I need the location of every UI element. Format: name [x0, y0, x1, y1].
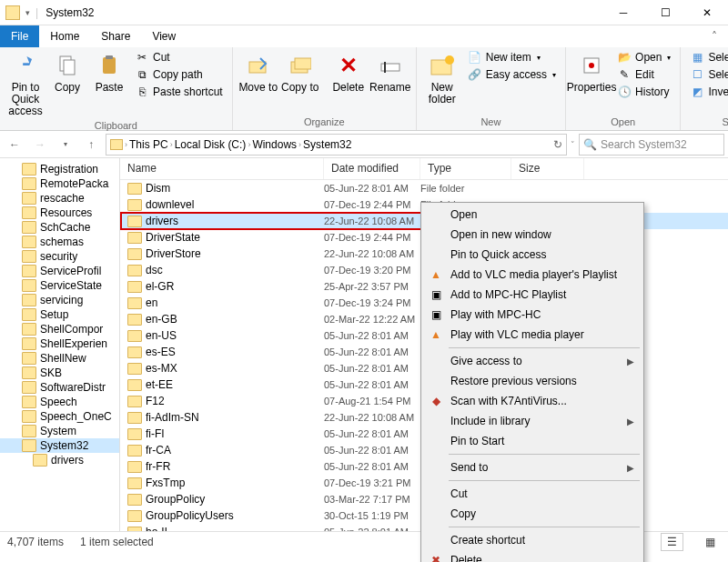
- new-folder-button[interactable]: New folder: [422, 49, 462, 107]
- menu-include-library[interactable]: Include in library▶: [423, 411, 642, 431]
- menu-give-access[interactable]: Give access to▶: [423, 351, 642, 371]
- copy-path-button[interactable]: ⧉Copy path: [131, 66, 227, 83]
- tree-item[interactable]: RemotePacka: [0, 176, 119, 191]
- menu-pin-quick[interactable]: Pin to Quick access: [423, 245, 642, 265]
- tree-item[interactable]: Speech_OneC: [0, 409, 119, 424]
- paste-shortcut-button[interactable]: ⎘Paste shortcut: [131, 84, 227, 100]
- svg-rect-2: [103, 57, 116, 74]
- menu-send-to[interactable]: Send to▶: [423, 457, 642, 477]
- breadcrumb[interactable]: › This PC› Local Disk (C:)› Windows› Sys…: [106, 134, 567, 156]
- menu-vlc-play[interactable]: ▲Play with VLC media player: [423, 325, 642, 345]
- file-date: 05-Jun-22 8:01 AM: [324, 363, 420, 374]
- rename-button[interactable]: Rename: [370, 49, 410, 95]
- tree-item[interactable]: ShellCompor: [0, 322, 119, 336]
- breadcrumb-pc[interactable]: This PC: [129, 138, 168, 151]
- ribbon-collapse-button[interactable]: ˄: [701, 25, 728, 47]
- tree-item[interactable]: Registration: [0, 162, 119, 176]
- folder-icon: [127, 445, 142, 457]
- select-all-button[interactable]: ▦Select all: [686, 49, 728, 65]
- select-none-button[interactable]: ☐Select none: [686, 66, 728, 83]
- tiles-view-button[interactable]: ▦: [700, 534, 721, 550]
- tree-item[interactable]: SchCache: [0, 220, 119, 235]
- breadcrumb-windows[interactable]: Windows: [252, 138, 297, 151]
- tree-item[interactable]: System32: [0, 438, 119, 453]
- menu-delete[interactable]: ✖Delete: [423, 550, 642, 562]
- file-date: 22-Jun-22 10:08 AM: [324, 216, 420, 226]
- menu-mpc-play[interactable]: ▣Play with MPC-HC: [423, 305, 642, 325]
- tree-label: System: [40, 425, 76, 437]
- delete-button[interactable]: ✕Delete: [329, 49, 369, 95]
- close-button[interactable]: ✕: [686, 0, 728, 25]
- menu-create-shortcut[interactable]: Create shortcut: [423, 530, 642, 550]
- history-button[interactable]: 🕓History: [613, 84, 674, 100]
- tree-item[interactable]: SKB: [0, 366, 119, 380]
- navigation-tree[interactable]: RegistrationRemotePackarescacheResources…: [0, 158, 120, 531]
- minimize-button[interactable]: ─: [602, 0, 644, 25]
- breadcrumb-drive[interactable]: Local Disk (C:): [175, 138, 247, 151]
- file-date: 07-Dec-19 3:21 PM: [324, 477, 420, 488]
- tree-item[interactable]: ServiceState: [0, 278, 119, 293]
- tab-view[interactable]: View: [141, 25, 187, 47]
- tab-home[interactable]: Home: [39, 25, 90, 47]
- menu-k7-scan[interactable]: ◆Scan with K7AntiVirus...: [423, 391, 642, 411]
- tab-share[interactable]: Share: [90, 25, 141, 47]
- column-type[interactable]: Type: [420, 158, 511, 179]
- pin-quick-access-button[interactable]: Pin to Quick access: [5, 49, 46, 120]
- breadcrumb-system32[interactable]: System32: [303, 138, 351, 151]
- tree-item[interactable]: ShellNew: [0, 351, 119, 366]
- maximize-button[interactable]: ☐: [644, 0, 686, 25]
- menu-restore[interactable]: Restore previous versions: [423, 371, 642, 391]
- open-button[interactable]: 📂Open▾: [613, 49, 674, 65]
- menu-pin-start[interactable]: Pin to Start: [423, 431, 642, 451]
- column-name[interactable]: Name: [120, 158, 324, 179]
- column-size[interactable]: Size: [511, 158, 584, 179]
- menu-vlc-playlist[interactable]: ▲Add to VLC media player's Playlist: [423, 265, 642, 285]
- column-date[interactable]: Date modified: [324, 158, 420, 179]
- tree-label: Resources: [40, 206, 92, 219]
- details-view-button[interactable]: ☰: [661, 533, 683, 551]
- menu-open[interactable]: Open: [423, 205, 642, 225]
- tree-item[interactable]: SoftwareDistr: [0, 380, 119, 395]
- copy-button[interactable]: Copy: [47, 49, 87, 95]
- menu-mpc-playlist[interactable]: ▣Add to MPC-HC Playlist: [423, 285, 642, 305]
- paste-button[interactable]: Paste: [89, 49, 129, 95]
- copy-icon: [53, 51, 82, 80]
- tree-item[interactable]: security: [0, 249, 119, 264]
- tab-file[interactable]: File: [0, 25, 39, 47]
- folder-icon: [110, 139, 123, 150]
- tree-item[interactable]: ShellExperien: [0, 336, 119, 351]
- tree-item[interactable]: rescache: [0, 191, 119, 206]
- back-button[interactable]: ←: [4, 134, 25, 156]
- tree-item[interactable]: drivers: [0, 453, 119, 467]
- easy-access-button[interactable]: 🔗Easy access▾: [464, 66, 560, 83]
- menu-copy[interactable]: Copy: [423, 504, 642, 524]
- tree-item[interactable]: Resources: [0, 206, 119, 220]
- properties-button[interactable]: Properties: [571, 49, 612, 95]
- search-input[interactable]: 🔍 Search System32: [579, 134, 724, 156]
- folder-icon: [127, 527, 142, 532]
- tree-label: Speech: [40, 396, 77, 408]
- tree-item[interactable]: System: [0, 424, 119, 438]
- tree-item[interactable]: ServiceProfil: [0, 264, 119, 278]
- file-name: fi-AdIm-SN: [146, 411, 199, 424]
- tree-item[interactable]: Setup: [0, 307, 119, 322]
- forward-button[interactable]: →: [29, 134, 51, 156]
- file-name: el-GR: [146, 280, 174, 293]
- menu-cut[interactable]: Cut: [423, 484, 642, 504]
- move-to-button[interactable]: Move to: [238, 49, 278, 95]
- tree-item[interactable]: schemas: [0, 235, 119, 249]
- delete-icon: ✖: [429, 553, 443, 562]
- invert-selection-button[interactable]: ◩Invert selection: [686, 84, 728, 100]
- up-button[interactable]: ↑: [80, 134, 102, 156]
- cut-button[interactable]: ✂Cut: [131, 49, 227, 65]
- tree-item[interactable]: servicing: [0, 293, 119, 307]
- tree-item[interactable]: Speech: [0, 395, 119, 409]
- refresh-icon[interactable]: ↻: [553, 138, 562, 151]
- new-item-button[interactable]: 📄New item▾: [464, 49, 560, 65]
- qat-dropdown-icon[interactable]: ▾: [25, 8, 30, 17]
- copy-to-button[interactable]: Copy to: [280, 49, 320, 95]
- table-row[interactable]: Dism05-Jun-22 8:01 AMFile folder: [120, 180, 728, 196]
- edit-button[interactable]: ✎Edit: [613, 66, 674, 83]
- recent-button[interactable]: ▾: [55, 134, 76, 156]
- menu-open-new[interactable]: Open in new window: [423, 225, 642, 245]
